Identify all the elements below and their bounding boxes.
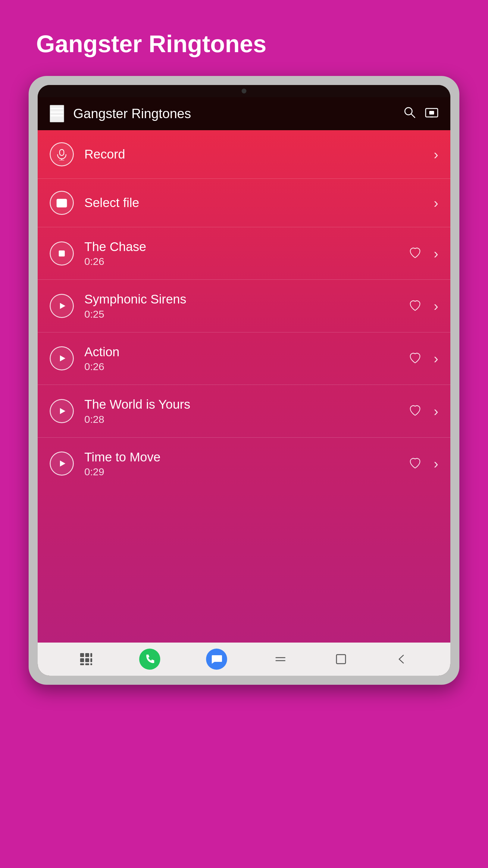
list-item-time-to-move[interactable]: Time to Move 0:29 › xyxy=(38,438,450,490)
time-to-move-name: Time to Move xyxy=(84,450,405,465)
list-item-action[interactable]: Action 0:26 › xyxy=(38,333,450,385)
back-button[interactable] xyxy=(394,652,410,667)
record-text: Record xyxy=(84,147,434,162)
the-chase-actions: › xyxy=(405,243,438,264)
list-item-symphonic-sirens[interactable]: Symphonic Sirens 0:25 › xyxy=(38,280,450,332)
action-actions: › xyxy=(405,348,438,369)
svg-rect-22 xyxy=(80,658,84,662)
the-world-text: The World is Yours 0:28 xyxy=(84,397,405,425)
the-chase-heart-button[interactable] xyxy=(405,243,425,264)
the-world-name: The World is Yours xyxy=(84,397,405,412)
the-chase-duration: 0:26 xyxy=(84,255,405,267)
select-file-name: Select file xyxy=(84,195,434,210)
svg-rect-27 xyxy=(90,663,92,665)
phone-app-button[interactable] xyxy=(139,649,160,670)
action-name: Action xyxy=(84,344,405,360)
svg-rect-25 xyxy=(80,663,84,665)
tablet-frame: Gangster Ringtones xyxy=(29,76,459,685)
action-chevron: › xyxy=(434,350,438,367)
record-icon-circle xyxy=(50,142,74,166)
list-item-the-chase[interactable]: The Chase 0:26 › xyxy=(38,227,450,280)
the-chase-name: The Chase xyxy=(84,239,405,254)
list-item-record[interactable]: Record › xyxy=(38,130,450,179)
the-world-actions: › xyxy=(405,401,438,421)
symphonic-sirens-text: Symphonic Sirens 0:25 xyxy=(84,292,405,320)
action-duration: 0:26 xyxy=(84,361,405,373)
page-heading: Gangster Ringtones xyxy=(36,30,267,58)
symphonic-sirens-duration: 0:25 xyxy=(84,308,405,320)
record-actions: › xyxy=(434,146,438,162)
svg-line-4 xyxy=(411,114,415,118)
tablet-screen: Gangster Ringtones xyxy=(38,85,450,676)
menu-button[interactable] xyxy=(50,105,64,122)
svg-rect-0 xyxy=(50,108,64,109)
svg-marker-16 xyxy=(60,355,65,361)
header-actions xyxy=(403,105,438,122)
select-file-text: Select file xyxy=(84,195,434,210)
symphonic-sirens-icon-circle xyxy=(50,294,74,318)
the-chase-text: The Chase 0:26 xyxy=(84,239,405,267)
app-title: Gangster Ringtones xyxy=(73,106,394,121)
time-to-move-text: Time to Move 0:29 xyxy=(84,450,405,478)
recents-button[interactable] xyxy=(273,652,288,667)
the-chase-icon-circle xyxy=(50,241,74,266)
svg-rect-19 xyxy=(80,653,84,657)
svg-rect-23 xyxy=(85,658,89,662)
ringtones-list: Record › Select fil xyxy=(38,130,450,643)
list-item-select-file[interactable]: Select file › xyxy=(38,179,450,227)
symphonic-sirens-name: Symphonic Sirens xyxy=(84,292,405,307)
select-file-icon-circle xyxy=(50,191,74,215)
the-world-icon-circle xyxy=(50,399,74,423)
action-icon-circle xyxy=(50,346,74,370)
svg-marker-18 xyxy=(60,461,65,467)
time-to-move-chevron: › xyxy=(434,456,438,472)
apps-grid-button[interactable] xyxy=(78,652,94,667)
cast-button[interactable] xyxy=(425,105,438,122)
search-button[interactable] xyxy=(403,105,416,122)
the-chase-chevron: › xyxy=(434,245,438,261)
svg-rect-1 xyxy=(50,112,64,113)
phone-circle xyxy=(139,649,160,670)
time-to-move-icon-circle xyxy=(50,452,74,475)
time-to-move-actions: › xyxy=(405,454,438,474)
record-name: Record xyxy=(84,147,434,162)
svg-rect-30 xyxy=(336,655,346,664)
the-world-heart-button[interactable] xyxy=(405,401,425,421)
symphonic-sirens-actions: › xyxy=(405,296,438,316)
svg-marker-15 xyxy=(60,303,65,309)
time-to-move-heart-button[interactable] xyxy=(405,454,425,474)
message-app-button[interactable] xyxy=(206,649,227,670)
front-camera xyxy=(241,89,247,93)
tablet-sensor-bar xyxy=(38,85,450,97)
app-header: Gangster Ringtones xyxy=(38,97,450,130)
list-item-the-world-is-yours[interactable]: The World is Yours 0:28 › xyxy=(38,385,450,437)
svg-rect-6 xyxy=(429,111,434,115)
select-file-chevron: › xyxy=(434,195,438,211)
svg-rect-2 xyxy=(50,115,64,116)
symphonic-sirens-heart-button[interactable] xyxy=(405,296,425,316)
bottom-navigation xyxy=(38,643,450,676)
symphonic-sirens-chevron: › xyxy=(434,298,438,314)
time-to-move-duration: 0:29 xyxy=(84,466,405,478)
svg-rect-14 xyxy=(59,250,65,256)
svg-rect-21 xyxy=(90,653,92,657)
message-circle xyxy=(206,649,227,670)
the-world-duration: 0:28 xyxy=(84,413,405,425)
action-text: Action 0:26 xyxy=(84,344,405,373)
action-heart-button[interactable] xyxy=(405,348,425,369)
select-file-actions: › xyxy=(434,195,438,211)
svg-rect-8 xyxy=(60,150,64,156)
the-world-chevron: › xyxy=(434,403,438,419)
svg-marker-17 xyxy=(60,408,65,414)
home-button[interactable] xyxy=(333,652,349,667)
svg-rect-20 xyxy=(85,653,89,657)
svg-rect-26 xyxy=(85,663,89,665)
record-chevron: › xyxy=(434,146,438,162)
svg-rect-24 xyxy=(90,658,92,662)
